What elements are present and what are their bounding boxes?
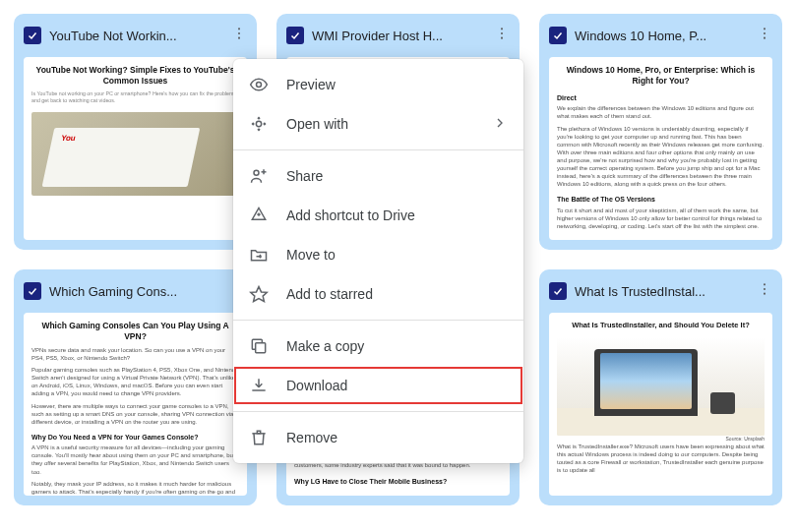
file-card[interactable]: Which Gaming Cons... Which Gaming Consol… [14,269,257,505]
doc-title: YouTube Not Working? Simple Fixes to You… [31,65,239,88]
menu-label: Open with [286,116,474,132]
menu-item-share[interactable]: Share [233,156,523,196]
checkbox[interactable] [549,282,567,300]
svg-point-17 [254,170,259,175]
file-card[interactable]: Windows 10 Home, P... Windows 10 Home, P… [539,14,782,250]
more-options-icon[interactable] [755,279,774,303]
chevron-right-icon [492,115,508,134]
menu-item-open-with[interactable]: Open with [233,104,523,144]
svg-point-13 [764,288,765,290]
file-title: YouTube Not Workin... [49,29,221,43]
file-thumbnail[interactable]: YouTube Not Working? Simple Fixes to You… [24,57,247,240]
svg-point-4 [501,32,503,34]
menu-item-move-to[interactable]: Move to [233,235,523,274]
svg-point-8 [764,37,765,39]
drive-shortcut-icon [249,206,269,225]
menu-item-preview[interactable]: Preview [233,65,523,104]
svg-point-12 [764,283,765,285]
hero-image: You [31,112,239,196]
file-thumbnail[interactable]: Which Gaming Consoles Can You Play Using… [24,313,247,496]
card-header: Which Gaming Cons... [14,269,257,313]
preview-icon [249,75,269,94]
menu-item-remove[interactable]: Remove [233,418,523,457]
doc-title: What Is TrustedInstaller, and Should You… [557,321,765,330]
move-to-icon [249,245,269,265]
svg-point-7 [764,32,765,34]
menu-label: Move to [286,247,508,263]
menu-item-add-starred[interactable]: Add to starred [233,274,523,314]
file-title: What Is TrustedInstal... [575,284,747,299]
menu-label: Add to starred [286,286,508,302]
hero-image [557,337,765,436]
file-card[interactable]: What Is TrustedInstal... What Is Trusted… [539,269,782,505]
more-options-icon[interactable] [755,24,774,47]
menu-item-add-shortcut[interactable]: Add shortcut to Drive [233,196,523,235]
menu-separator [233,411,523,412]
svg-point-3 [501,28,503,30]
menu-label: Preview [286,77,508,92]
more-options-icon[interactable] [492,24,512,47]
download-icon [249,376,269,395]
card-header: WMI Provider Host H... [276,14,520,57]
menu-label: Share [286,168,508,184]
svg-point-16 [256,121,261,126]
checkbox[interactable] [286,27,304,44]
checkbox[interactable] [24,282,41,300]
menu-item-download[interactable]: Download [233,366,523,405]
card-header: YouTube Not Workin... [14,14,257,57]
svg-point-2 [238,37,240,39]
svg-point-0 [238,28,240,30]
checkbox[interactable] [24,27,41,44]
svg-point-5 [501,37,503,39]
file-card[interactable]: YouTube Not Workin... YouTube Not Workin… [14,14,257,250]
doc-title: Windows 10 Home, Pro, or Enterprise: Whi… [557,65,765,88]
file-title: WMI Provider Host H... [312,29,484,43]
file-title: Which Gaming Cons... [49,284,221,299]
trash-icon [249,428,269,447]
menu-label: Add shortcut to Drive [286,207,508,223]
open-with-icon [249,114,269,134]
more-options-icon[interactable] [229,24,249,47]
copy-icon [249,336,269,356]
card-header: Windows 10 Home, P... [539,14,782,57]
star-icon [249,284,269,304]
menu-label: Download [286,378,508,393]
checkbox[interactable] [549,27,567,44]
context-menu: Preview Open with Share Add shortcut to … [233,59,523,463]
file-thumbnail[interactable]: What Is TrustedInstaller, and Should You… [549,313,772,496]
menu-separator [233,149,523,150]
svg-rect-23 [256,343,266,353]
svg-marker-22 [251,287,268,302]
card-header: What Is TrustedInstal... [539,269,782,313]
menu-label: Remove [286,430,508,445]
file-thumbnail[interactable]: Windows 10 Home, Pro, or Enterprise: Whi… [549,57,772,240]
doc-title: Which Gaming Consoles Can You Play Using… [31,321,239,343]
menu-separator [233,320,523,321]
menu-label: Make a copy [286,338,508,354]
share-icon [249,166,269,186]
svg-point-15 [257,83,262,88]
menu-item-make-copy[interactable]: Make a copy [233,326,523,366]
file-title: Windows 10 Home, P... [575,29,747,43]
svg-point-6 [764,28,765,30]
svg-point-14 [764,293,765,295]
svg-point-1 [238,32,240,34]
